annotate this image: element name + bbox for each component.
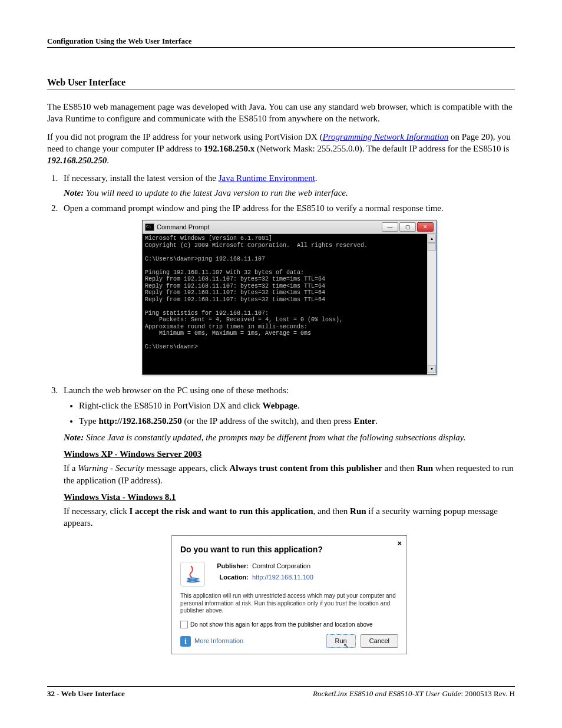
li1-text-b: .: [315, 173, 318, 183]
note1-label: Note:: [64, 188, 84, 197]
s1a: If a: [64, 463, 78, 473]
footer-right-italic: RocketLinx ES8510 and ES8510-XT User Gui…: [313, 689, 461, 698]
java-security-dialog: × Do you want to run this application? P…: [171, 535, 407, 655]
command-prompt-window: Command Prompt — ▢ ✕ Microsoft Windows […: [142, 220, 437, 375]
bullet-1: Right-click the ES8510 in PortVision DX …: [79, 398, 515, 413]
note2-text: Since Java is constantly updated, the pr…: [86, 433, 466, 442]
b1-c: .: [297, 401, 300, 410]
paragraph-1: The ES8510 web management page was devel…: [47, 101, 515, 125]
more-info-text: More Information: [194, 637, 243, 645]
subsection-vista-body: If necessary, click I accept the risk an…: [64, 505, 515, 529]
link-java-runtime[interactable]: Java Runtime Environment: [219, 173, 315, 183]
li3-text: Launch the web browser on the PC using o…: [64, 386, 289, 395]
run-button[interactable]: Run: [326, 634, 356, 648]
list-item-2: Open a command prompt window and ping th…: [60, 202, 515, 375]
publisher-label: Publisher:: [214, 562, 249, 571]
default-ip: 192.168.250.250: [47, 156, 107, 165]
s2b: I accept the risk and want to run this a…: [129, 506, 313, 516]
note-2: Note: Since Java is constantly updated, …: [64, 431, 515, 443]
page-header: Configuration Using the Web User Interfa…: [47, 35, 515, 48]
paragraph-2: If you did not program the IP address fo…: [47, 131, 515, 167]
note2-label: Note:: [64, 433, 84, 442]
footer-left: 32 - Web User Interface: [47, 689, 125, 699]
cmd-output: Microsoft Windows [Version 6.1.7601] Cop…: [143, 234, 436, 374]
footer-right: RocketLinx ES8510 and ES8510-XT User Gui…: [313, 689, 515, 699]
para2-text-d: .: [107, 156, 109, 165]
s1c: message appears, click: [144, 463, 230, 473]
bullet-list: Right-click the ES8510 in PortVision DX …: [64, 398, 515, 428]
header-text: Configuration Using the Web User Interfa…: [47, 37, 191, 45]
scroll-thumb[interactable]: [428, 243, 436, 251]
b2-a: Type: [79, 416, 99, 426]
location-label: Location:: [214, 573, 249, 582]
checkbox-row[interactable]: Do not show this again for apps from the…: [180, 621, 398, 629]
subsection-vista-title: Windows Vista - Windows 8.1: [64, 491, 515, 503]
location-value: http://192.168.11.100: [252, 574, 313, 581]
scroll-down-icon[interactable]: ▾: [428, 365, 436, 373]
b1-a: Right-click the ES8510 in PortVision DX …: [79, 401, 263, 410]
b2-enter: Enter: [354, 416, 376, 426]
dialog-warning-text: This application will run with unrestric…: [180, 592, 398, 615]
s1f: Run: [417, 463, 434, 473]
s1b: Warning - Security: [78, 463, 144, 473]
publisher-value: Comtrol Corporation: [252, 562, 310, 569]
numbered-list: If necessary, install the latest version…: [47, 172, 515, 654]
dialog-close-icon[interactable]: ×: [397, 538, 402, 549]
java-logo-icon: [180, 562, 205, 587]
para2-text-a: If you did not program the IP address fo…: [47, 132, 323, 141]
b1-webpage: Webpage: [263, 401, 297, 410]
maximize-button[interactable]: ▢: [399, 222, 416, 232]
checkbox-icon[interactable]: [180, 621, 188, 628]
cmd-title: Command Prompt: [157, 223, 209, 232]
list-item-1: If necessary, install the latest version…: [60, 172, 515, 199]
b2-url: http://192.168.250.250: [99, 416, 182, 426]
section-title: Web User Interface: [47, 77, 515, 90]
note-1: Note: You will need to update to the lat…: [64, 187, 515, 199]
s2d: Run: [350, 506, 366, 516]
scrollbar[interactable]: ▴ ▾: [427, 234, 436, 374]
page-footer: 32 - Web User Interface RocketLinx ES851…: [47, 686, 515, 699]
note1-text: You will need to update to the latest Ja…: [86, 188, 348, 197]
bullet-2: Type http://192.168.250.250 (or the IP a…: [79, 414, 515, 428]
checkbox-label: Do not show this again for apps from the…: [190, 621, 373, 629]
b2-c: (or the IP address of the switch), and t…: [182, 416, 354, 426]
ip-network: 192.168.250.x: [204, 144, 254, 153]
list-item-3: Launch the web browser on the PC using o…: [60, 384, 515, 655]
li1-text-a: If necessary, install the latest version…: [64, 173, 219, 183]
more-information-link[interactable]: i More Information: [180, 636, 243, 647]
subsection-xp-body: If a Warning - Security message appears,…: [64, 462, 515, 486]
s1e: and then: [382, 463, 417, 473]
info-icon: i: [180, 636, 191, 647]
close-button[interactable]: ✕: [417, 222, 434, 232]
link-programming-network[interactable]: Programming Network Information: [323, 132, 449, 141]
cmd-titlebar: Command Prompt — ▢ ✕: [143, 220, 436, 234]
b2-e: .: [375, 416, 378, 426]
li2-text: Open a command prompt window and ping th…: [64, 203, 444, 213]
cancel-button[interactable]: Cancel: [361, 634, 398, 648]
s1d: Always trust content from this publisher: [229, 463, 382, 473]
dialog-title: Do you want to run this application?: [180, 544, 398, 555]
minimize-button[interactable]: —: [382, 222, 398, 232]
para2-text-c: (Network Mask: 255.255.0.0). The default…: [254, 144, 509, 153]
s2c: , and then: [313, 506, 350, 516]
subsection-xp-title: Windows XP - Windows Server 2003: [64, 448, 515, 460]
cmd-icon: [145, 223, 154, 231]
scroll-up-icon[interactable]: ▴: [428, 235, 436, 243]
footer-right-plain: : 2000513 Rev. H: [461, 689, 515, 698]
s2a: If necessary, click: [64, 506, 129, 516]
